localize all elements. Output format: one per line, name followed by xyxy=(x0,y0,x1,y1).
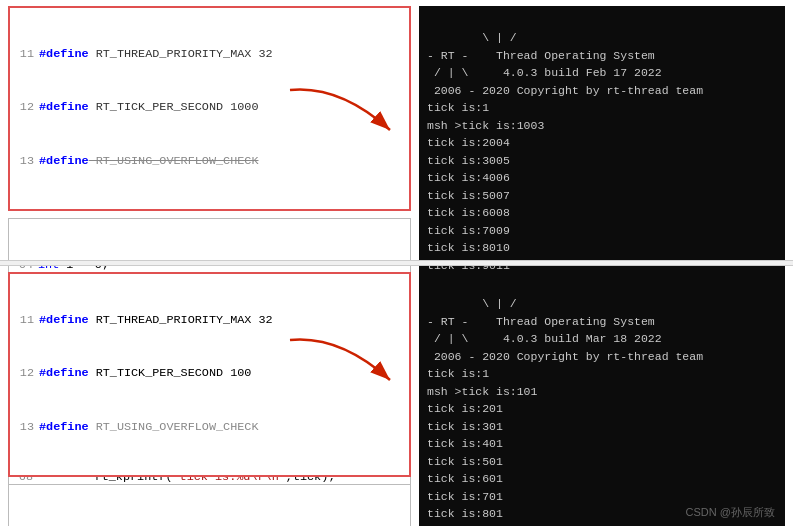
top-terminal-line-11: tick is:6008 xyxy=(427,206,510,219)
bot-terminal-line-10: tick is:501 xyxy=(427,455,503,468)
top-terminal-line-6: msh >tick is:1003 xyxy=(427,119,544,132)
watermark: CSDN @孙辰所致 xyxy=(686,505,783,522)
top-define-line-3: 13#define RT_USING_OVERFLOW_CHECK xyxy=(14,153,405,171)
bottom-section: 11#define RT_THREAD_PRIORITY_MAX 32 12#d… xyxy=(0,266,793,526)
bottom-main-block: 64 int i = 0; 65 rt_tick_t tick =0; 66 f… xyxy=(8,484,411,526)
bot-terminal-line-4: 2006 - 2020 Copyright by rt-thread team xyxy=(427,350,703,363)
bottom-define-line-3: 13#define RT_USING_OVERFLOW_CHECK xyxy=(14,419,405,437)
top-define-line-2: 12#define RT_TICK_PER_SECOND 1000 xyxy=(14,99,405,117)
top-terminal-line-5: tick is:1 xyxy=(427,101,489,114)
top-define-block: 11#define RT_THREAD_PRIORITY_MAX 32 12#d… xyxy=(8,6,411,211)
top-terminal-line-9: tick is:4006 xyxy=(427,171,510,184)
bottom-left-col: 11#define RT_THREAD_PRIORITY_MAX 32 12#d… xyxy=(0,266,415,526)
top-define-line-1: 11#define RT_THREAD_PRIORITY_MAX 32 xyxy=(14,46,405,64)
bot-terminal-line-2: - RT - Thread Operating System xyxy=(427,315,655,328)
top-terminal-line-10: tick is:5007 xyxy=(427,189,510,202)
top-terminal-line-4: 2006 - 2020 Copyright by rt-thread team xyxy=(427,84,703,97)
top-right-col: \ | / - RT - Thread Operating System / |… xyxy=(415,0,793,260)
bottom-right-col: \ | / - RT - Thread Operating System / |… xyxy=(415,266,793,526)
bottom-define-line-1: 11#define RT_THREAD_PRIORITY_MAX 32 xyxy=(14,312,405,330)
bottom-terminal: \ | / - RT - Thread Operating System / |… xyxy=(419,272,785,526)
bot-terminal-line-9: tick is:401 xyxy=(427,437,503,450)
bot-terminal-line-5: tick is:1 xyxy=(427,367,489,380)
top-terminal-line-1: \ | / xyxy=(482,31,517,44)
top-terminal-line-12: tick is:7009 xyxy=(427,224,510,237)
top-terminal: \ | / - RT - Thread Operating System / |… xyxy=(419,6,785,298)
bot-terminal-line-7: tick is:201 xyxy=(427,402,503,415)
bot-terminal-line-8: tick is:301 xyxy=(427,420,503,433)
top-terminal-line-8: tick is:3005 xyxy=(427,154,510,167)
bot-terminal-line-6: msh >tick is:101 xyxy=(427,385,537,398)
top-terminal-line-7: tick is:2004 xyxy=(427,136,510,149)
top-left-col: 11#define RT_THREAD_PRIORITY_MAX 32 12#d… xyxy=(0,0,415,260)
top-terminal-line-2: - RT - Thread Operating System xyxy=(427,49,655,62)
top-terminal-line-3: / | \ 4.0.3 build Feb 17 2022 xyxy=(427,66,662,79)
bot-terminal-line-11: tick is:601 xyxy=(427,472,503,485)
bot-terminal-line-3: / | \ 4.0.3 build Mar 18 2022 xyxy=(427,332,662,345)
bottom-define-line-2: 12#define RT_TICK_PER_SECOND 100 xyxy=(14,365,405,383)
bot-terminal-line-13: tick is:801 xyxy=(427,507,503,520)
top-section: 11#define RT_THREAD_PRIORITY_MAX 32 12#d… xyxy=(0,0,793,260)
bot-terminal-line-12: tick is:701 xyxy=(427,490,503,503)
top-terminal-line-13: tick is:8010 xyxy=(427,241,510,254)
page-container: 11#define RT_THREAD_PRIORITY_MAX 32 12#d… xyxy=(0,0,793,526)
bot-terminal-line-1: \ | / xyxy=(482,297,517,310)
bottom-define-block: 11#define RT_THREAD_PRIORITY_MAX 32 12#d… xyxy=(8,272,411,477)
